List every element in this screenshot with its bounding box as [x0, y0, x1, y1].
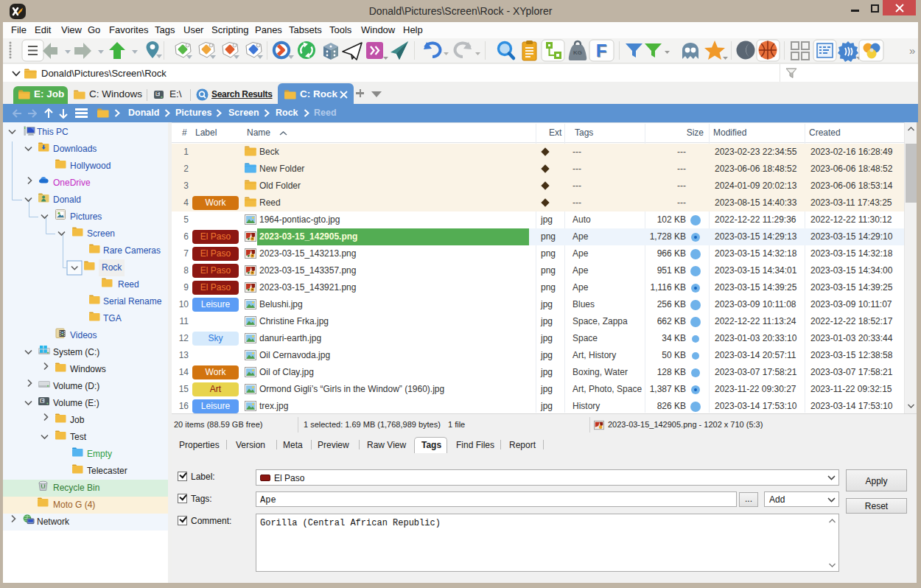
svg-text:E: E	[156, 91, 159, 96]
svg-text:F: F	[596, 41, 607, 60]
svg-text:KG: KG	[573, 49, 582, 56]
svg-text:»: »	[909, 44, 915, 57]
